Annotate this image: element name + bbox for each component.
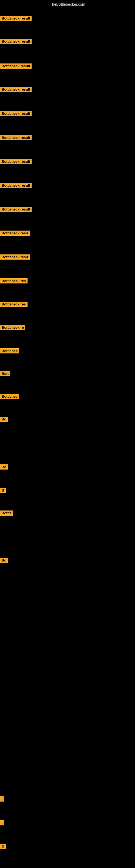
bottleneck-result-label-20: Bo: [0, 464, 8, 469]
bottleneck-result-label-10: Bottleneck resu: [0, 230, 30, 236]
bottleneck-result-label-17: Bottlenec: [0, 394, 19, 399]
bottleneck-result-label-11: Bottleneck resu: [0, 254, 30, 259]
bottleneck-result-label-9: Bottleneck result: [0, 207, 32, 212]
bottleneck-result-label-5: Bottleneck result: [0, 111, 32, 116]
bottleneck-result-label-3: Bottleneck result: [0, 63, 32, 69]
bottleneck-result-label-6: Bottleneck result: [0, 135, 32, 140]
site-title: TheBottlenecker.com: [0, 0, 135, 9]
bottleneck-result-label-35: |: [0, 820, 4, 826]
bottleneck-result-label-13: Bottleneck res: [0, 302, 28, 307]
bottleneck-result-label-22: Bottle: [0, 510, 13, 516]
bottleneck-result-label-21: B: [0, 488, 6, 493]
bottleneck-result-label-7: Bottleneck result: [0, 159, 32, 164]
bottleneck-result-label-14: Bottleneck re: [0, 325, 26, 330]
bottleneck-result-label-34: |: [0, 796, 4, 802]
bottleneck-result-label-1: Bottleneck result: [0, 16, 32, 21]
bottleneck-result-label-24: Bo: [0, 558, 8, 563]
bottleneck-result-label-16: Bott: [0, 371, 10, 376]
bottleneck-result-label-18: Bo: [0, 416, 8, 422]
bottleneck-result-label-12: Bottleneck res: [0, 278, 28, 283]
bottleneck-result-label-36: E: [0, 844, 6, 849]
bottleneck-result-label-15: Bottlenec: [0, 348, 19, 353]
bottleneck-result-label-4: Bottleneck result: [0, 87, 32, 92]
bottleneck-result-label-8: Bottleneck result: [0, 183, 32, 188]
bottleneck-result-label-2: Bottleneck result: [0, 39, 32, 44]
